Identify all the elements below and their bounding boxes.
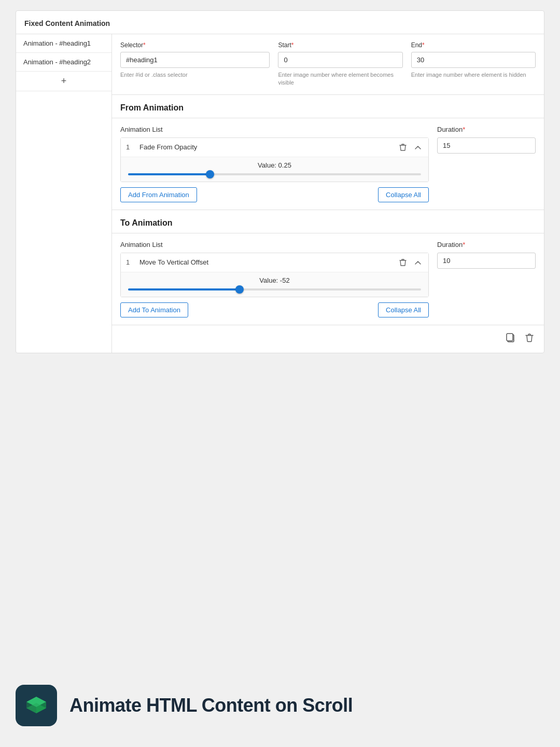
from-anim-slider[interactable] xyxy=(128,173,421,175)
to-anim-item-body: Value: -52 xyxy=(121,272,428,297)
from-anim-list-area: Animation List 1 Fade From Opacity xyxy=(120,126,429,202)
sidebar-item-heading2[interactable]: Animation - #heading2 xyxy=(16,53,111,72)
to-animation-section: Animation List 1 Move To Vertical Offset xyxy=(112,233,544,325)
end-input[interactable] xyxy=(411,52,536,68)
to-anim-slider[interactable] xyxy=(128,288,421,290)
to-animation-header: To Animation xyxy=(112,210,544,233)
to-anim-value-row: Value: -52 xyxy=(128,276,421,284)
from-anim-item-body: Value: 0.25 xyxy=(121,157,428,182)
from-duration-group: Duration* xyxy=(437,126,536,154)
bottom-actions xyxy=(112,325,544,353)
from-collapse-all-button[interactable]: Collapse All xyxy=(378,187,429,202)
to-duration-group: Duration* xyxy=(437,241,536,269)
from-animation-section: Animation List 1 Fade From Opacity xyxy=(112,118,544,210)
from-anim-buttons: Add From Animation Collapse All xyxy=(120,187,429,202)
sidebar-add-button[interactable]: + xyxy=(16,72,111,91)
to-anim-list-area: Animation List 1 Move To Vertical Offset xyxy=(120,241,429,317)
end-label: End* xyxy=(411,42,536,49)
selector-input[interactable] xyxy=(120,52,270,68)
selector-group: Selector* Enter #id or .class selector xyxy=(120,42,270,79)
to-anim-item-number: 1 xyxy=(126,258,134,266)
from-anim-list-label: Animation List xyxy=(120,126,429,133)
from-duration-label: Duration* xyxy=(437,126,536,133)
to-anim-delete-button[interactable] xyxy=(397,257,409,268)
from-anim-item-actions xyxy=(397,142,423,153)
add-to-animation-button[interactable]: Add To Animation xyxy=(120,302,188,317)
start-group: Start* Enter image number where element … xyxy=(278,42,402,87)
delete-button[interactable] xyxy=(523,330,536,348)
from-duration-input[interactable] xyxy=(437,137,536,154)
brand-title: Animate HTML Content on Scroll xyxy=(69,695,353,716)
sidebar: Animation - #heading1 Animation - #headi… xyxy=(16,34,112,353)
to-anim-buttons: Add To Animation Collapse All xyxy=(120,302,429,317)
svg-rect-1 xyxy=(507,334,513,341)
from-animation-title: From Animation xyxy=(120,103,536,113)
sidebar-item-heading1[interactable]: Animation - #heading1 xyxy=(16,34,111,53)
from-anim-collapse-button[interactable] xyxy=(413,144,423,150)
from-anim-delete-button[interactable] xyxy=(397,142,409,153)
to-anim-item-actions xyxy=(397,257,423,268)
start-hint: Enter image number where element becomes… xyxy=(278,71,402,87)
from-animation-header: From Animation xyxy=(112,95,544,118)
to-collapse-all-button[interactable]: Collapse All xyxy=(378,302,429,317)
copy-button[interactable] xyxy=(503,330,517,348)
to-anim-list-label: Animation List xyxy=(120,241,429,248)
start-input[interactable] xyxy=(278,52,402,68)
from-anim-item-number: 1 xyxy=(126,143,134,151)
to-anim-item-header: 1 Move To Vertical Offset xyxy=(121,253,428,272)
from-anim-item-header: 1 Fade From Opacity xyxy=(121,138,428,157)
to-anim-row: Animation List 1 Move To Vertical Offset xyxy=(120,241,536,317)
from-anim-value-row: Value: 0.25 xyxy=(128,161,421,169)
to-anim-item-name: Move To Vertical Offset xyxy=(139,258,392,266)
start-label: Start* xyxy=(278,42,402,49)
to-anim-collapse-button[interactable] xyxy=(413,259,423,266)
from-anim-row: Animation List 1 Fade From Opacity xyxy=(120,126,536,202)
panel-title: Fixed Content Animation xyxy=(16,19,544,34)
to-animation-title: To Animation xyxy=(120,218,536,228)
to-duration-label: Duration* xyxy=(437,241,536,248)
from-anim-item-name: Fade From Opacity xyxy=(139,143,392,151)
add-from-animation-button[interactable]: Add From Animation xyxy=(120,187,197,202)
to-anim-item-1: 1 Move To Vertical Offset xyxy=(120,253,429,297)
end-hint: Enter image number where element is hidd… xyxy=(411,71,536,79)
end-group: End* Enter image number where element is… xyxy=(411,42,536,79)
to-duration-input[interactable] xyxy=(437,253,536,269)
brand-logo xyxy=(16,685,57,726)
fields-row: Selector* Enter #id or .class selector S… xyxy=(112,34,544,95)
selector-hint: Enter #id or .class selector xyxy=(120,71,270,79)
branding-area: Animate HTML Content on Scroll xyxy=(0,654,560,747)
right-panel: Selector* Enter #id or .class selector S… xyxy=(112,34,544,353)
from-anim-item-1: 1 Fade From Opacity xyxy=(120,137,429,182)
selector-label: Selector* xyxy=(120,42,270,49)
